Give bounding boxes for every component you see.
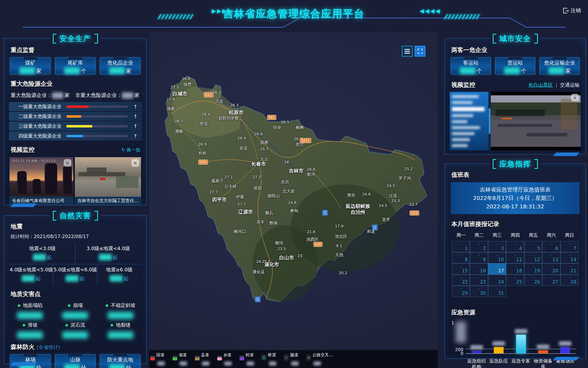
calendar-day-cell[interactable]: 4 xyxy=(506,241,524,252)
calendar-day-cell[interactable]: 23 xyxy=(470,275,488,286)
calendar-day-cell[interactable]: 6 xyxy=(542,241,560,252)
calendar-day-cell[interactable]: 24 xyxy=(488,275,506,286)
logout-button[interactable]: → 注销 xyxy=(563,7,581,14)
calendar-day-cell[interactable]: 31 xyxy=(488,286,506,297)
stat-card[interactable]: 尾矿库个 xyxy=(55,57,96,74)
hazard-level-row[interactable]: 一级重大危险源企业↑ xyxy=(9,102,142,111)
stat-card[interactable]: 危化品企业家 xyxy=(100,57,140,74)
camera-list-item-blurred[interactable] xyxy=(452,144,468,147)
stat-card-unit: 个 xyxy=(81,68,87,74)
hazard-level-row[interactable]: 二级重大危险源企业↑ xyxy=(9,112,142,121)
blurred-value xyxy=(537,345,549,349)
map-legend: 国道省道县道乡道村道∏桥梁∩隧道×公路交叉... xyxy=(149,350,438,368)
legend-item[interactable]: 国道 xyxy=(151,352,170,366)
legend-label: 公路交叉... xyxy=(313,352,333,357)
calendar-day-cell[interactable]: 7 xyxy=(561,241,578,252)
calendar-day-number: 20 xyxy=(552,268,558,273)
weekday-label: 周六 xyxy=(542,232,560,238)
province-map[interactable]: 白城市松原市长春市吉林市四平市辽源市白山市通化市延边朝鲜族自治州镇赉大安洮南前郭… xyxy=(149,32,438,368)
legend-item[interactable]: 县道 xyxy=(195,352,215,366)
refresh-batch-button[interactable]: ↻ 换一批 xyxy=(121,147,140,153)
map-temperature-label: 25.7 xyxy=(260,147,268,151)
bracket-right-icon xyxy=(534,159,538,169)
legend-count xyxy=(202,360,215,366)
stat-card[interactable]: 危化运输企业家 xyxy=(540,57,580,74)
panel-disaster-tab: 自然灾害 xyxy=(50,211,101,221)
camera-list-item-blurred[interactable] xyxy=(452,132,474,135)
calendar-day-cell[interactable]: 15 xyxy=(452,263,470,275)
calendar-day-cell[interactable]: 17 xyxy=(488,263,506,275)
close-icon[interactable]: × xyxy=(571,94,579,101)
close-icon[interactable]: × xyxy=(64,159,71,167)
calendar-day-cell[interactable]: 12 xyxy=(524,252,542,263)
backward-arrows-icon: ◀◀◀◀ xyxy=(420,8,441,14)
legend-item[interactable]: 村道 xyxy=(240,352,259,366)
calendar-day-cell[interactable]: 1 xyxy=(452,241,470,252)
calendar-day-cell[interactable]: 10 xyxy=(488,252,506,263)
map-layers-button[interactable] xyxy=(402,46,413,57)
calendar-day-cell[interactable]: 13 xyxy=(542,252,560,263)
calendar-day-cell[interactable]: 11 xyxy=(506,252,524,263)
bracket-right-icon xyxy=(94,211,98,221)
camera-card[interactable]: × 吉林市吉化北方炬隔工贸责任... xyxy=(75,157,141,205)
scrollbar-thumb[interactable] xyxy=(489,108,491,134)
calendar-day-cell[interactable]: 14 xyxy=(561,252,578,263)
calendar-day-cell[interactable]: 26 xyxy=(524,275,542,286)
calendar-day-cell[interactable]: 16 xyxy=(470,263,488,275)
calendar-day-cell[interactable]: 21 xyxy=(561,263,578,275)
calendar-day-cell[interactable]: 9 xyxy=(470,252,488,263)
map-temperature-label: 26.4 xyxy=(237,136,246,140)
map-fullscreen-button[interactable] xyxy=(415,46,425,57)
legend-item[interactable]: ∩隧道 xyxy=(285,352,304,366)
stat-card[interactable]: 客运站个 xyxy=(451,57,491,74)
road-color-swatch xyxy=(217,356,222,360)
calendar-day-number: 26 xyxy=(534,279,540,285)
hazard-level-fill xyxy=(66,135,83,137)
legend-item[interactable]: ×公路交叉... xyxy=(307,352,338,366)
blurred-value xyxy=(202,361,209,366)
camera-list-item-blurred[interactable] xyxy=(452,114,473,117)
camera-list-item-blurred[interactable] xyxy=(452,138,470,141)
stat-card[interactable]: 防火重点地处 xyxy=(100,354,140,368)
legend-item[interactable]: 省道 xyxy=(173,352,192,366)
stat-card[interactable]: 煤矿家 xyxy=(10,57,51,74)
link-transport[interactable]: 交通运输 xyxy=(560,82,580,88)
calendar-day-cell[interactable]: 2 xyxy=(470,241,488,252)
camera-list-item-blurred[interactable] xyxy=(452,126,480,129)
calendar-day-cell[interactable]: 29 xyxy=(452,286,470,297)
calendar-day-cell[interactable]: 28 xyxy=(561,275,578,286)
stat-card[interactable]: 林场处 xyxy=(10,354,51,368)
legend-item[interactable]: ∏桥梁 xyxy=(262,352,281,366)
camera-card[interactable]: 2012 01 29 星期一 02:51:15 × 长春巨峰气体有限责任公司 xyxy=(10,157,73,205)
camera-list-item-blurred[interactable] xyxy=(452,107,485,111)
calendar-day-number: 4 xyxy=(519,246,522,251)
calendar-day-cell[interactable]: 8 xyxy=(452,252,470,263)
camera-list-scrollbar[interactable] xyxy=(488,92,491,150)
map-town-label: 柳河 xyxy=(275,241,283,246)
blurred-value xyxy=(109,67,125,74)
legend-item[interactable]: 乡道 xyxy=(218,352,237,366)
calendar-day-cell[interactable]: 22 xyxy=(452,275,470,286)
camera-list-item-blurred[interactable] xyxy=(452,101,473,104)
camera-list-item-blurred[interactable] xyxy=(452,95,479,98)
calendar-day-cell[interactable]: 5 xyxy=(524,241,542,252)
stat-card[interactable]: 山脉处 xyxy=(55,354,96,368)
stat-card[interactable]: 货运站个 xyxy=(495,57,535,74)
map-temperature-label: 23 xyxy=(298,254,302,258)
close-icon[interactable]: × xyxy=(131,159,139,167)
calendar-day-cell[interactable]: 27 xyxy=(542,275,560,286)
calendar-day-cell[interactable]: 19 xyxy=(524,263,542,275)
calendar-day-cell[interactable]: 3 xyxy=(488,241,506,252)
link-changbaishan[interactable]: 长白山景区 xyxy=(528,82,553,88)
calendar-day-cell[interactable]: 25 xyxy=(506,275,524,286)
calendar-day-number: 7 xyxy=(573,246,576,251)
camera-list-item-blurred[interactable] xyxy=(452,120,467,123)
hazard-level-row[interactable]: 三级重大危险源企业↑ xyxy=(9,122,142,130)
duty-line-clock: 2022-08-17 18:31:32 xyxy=(451,202,580,211)
calendar-day-cell[interactable]: 30 xyxy=(470,286,488,297)
calendar-day-number: 15 xyxy=(462,268,468,273)
geo-hazard-item: 地面塌陷 xyxy=(7,302,53,319)
calendar-day-cell[interactable]: 20 xyxy=(542,263,560,275)
hazard-level-row[interactable]: 四级重大危险源企业↑ xyxy=(9,132,142,140)
calendar-day-cell[interactable]: 18 xyxy=(506,263,524,275)
